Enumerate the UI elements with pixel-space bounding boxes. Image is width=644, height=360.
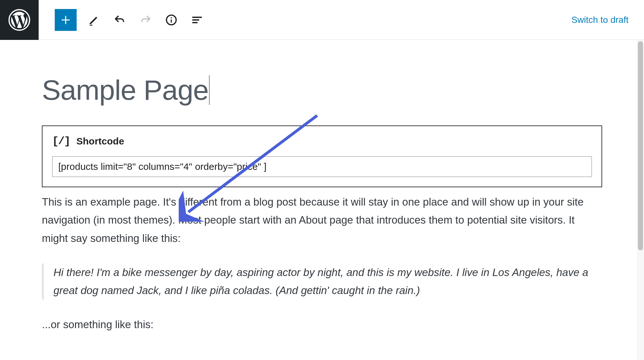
pencil-icon xyxy=(88,14,100,26)
switch-to-draft-button[interactable]: Switch to draft xyxy=(572,15,629,25)
redo-icon xyxy=(139,14,152,26)
add-block-button[interactable] xyxy=(55,9,77,31)
page-title[interactable]: Sample Page xyxy=(42,75,210,105)
modes-button[interactable] xyxy=(86,12,102,28)
editor-content: Sample Page [/] Shortcode This is an exa… xyxy=(0,40,644,360)
toolbar-right-group: Switch to draft xyxy=(572,0,629,40)
wordpress-logo[interactable] xyxy=(0,0,39,40)
svg-rect-3 xyxy=(171,17,172,18)
shortcode-block[interactable]: [/] Shortcode xyxy=(42,125,602,187)
shortcode-icon: [/] xyxy=(52,135,70,147)
details-button[interactable] xyxy=(163,12,180,28)
svg-rect-2 xyxy=(171,19,172,23)
wordpress-icon xyxy=(8,9,30,31)
undo-icon xyxy=(113,14,126,26)
undo-button[interactable] xyxy=(111,12,128,28)
list-view-icon xyxy=(191,14,204,26)
paragraph-block-2[interactable]: ...or something like this: xyxy=(42,316,602,334)
redo-button[interactable] xyxy=(137,12,154,28)
toolbar-left-group xyxy=(39,9,205,31)
quote-block[interactable]: Hi there! I'm a bike messenger by day, a… xyxy=(42,263,602,300)
editor-toolbar: Switch to draft xyxy=(0,0,644,40)
outline-button[interactable] xyxy=(189,12,205,28)
shortcode-input[interactable] xyxy=(52,156,592,177)
shortcode-block-header: [/] Shortcode xyxy=(52,135,592,147)
plus-icon xyxy=(60,14,72,26)
info-icon xyxy=(165,14,178,26)
paragraph-block-1[interactable]: This is an example page. It's different … xyxy=(42,193,602,247)
editor-canvas: Sample Page [/] Shortcode This is an exa… xyxy=(0,40,644,360)
shortcode-label: Shortcode xyxy=(76,136,124,147)
